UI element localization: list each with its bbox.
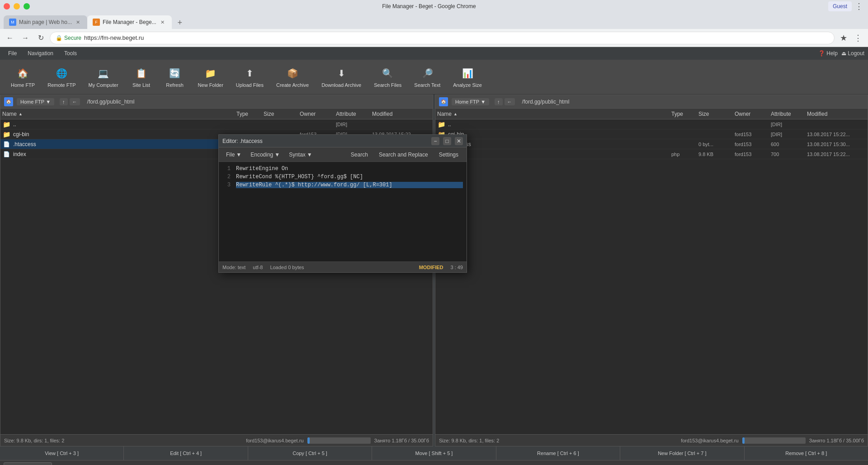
- right-panel-location-btn[interactable]: Home FTP ▼: [452, 98, 489, 105]
- right-panel-dropdown-icon: ▼: [481, 99, 486, 104]
- left-col-size: Size: [264, 111, 300, 117]
- toolbar-analyze-size[interactable]: Analyze Size: [448, 63, 487, 90]
- toolbar-download-archive[interactable]: Download Archive: [316, 63, 367, 90]
- tab-favicon-main: M: [9, 19, 16, 26]
- menu-file[interactable]: File: [4, 48, 21, 58]
- editor-content[interactable]: 1 RewriteEngine On 2 RewriteCond %{HTTP_…: [219, 162, 467, 261]
- search-text-label: Search Text: [414, 82, 440, 88]
- toolbar-search-text[interactable]: Search Text: [409, 63, 446, 90]
- right-file-row-htaccess[interactable]: 📄 .htaccess 0 byt... ford153 600 13.08.2…: [435, 139, 868, 149]
- new-tab-button[interactable]: +: [174, 16, 186, 29]
- right-file-row-dotdot[interactable]: 📁 .. [DIR]: [435, 119, 868, 129]
- toolbar-my-computer[interactable]: My Computer: [83, 63, 124, 90]
- chrome-settings-icon[interactable]: ⋮: [854, 1, 864, 11]
- tab-fm-close[interactable]: ✕: [159, 19, 166, 26]
- address-bar[interactable]: 🔒 Secure https://fm-new.beget.ru: [50, 32, 835, 44]
- left-panel-header: 🏠 Home FTP ▼ ↑ ← /ford.gg/public_html: [0, 95, 433, 109]
- tab-file-manager[interactable]: F File Manager - Bege... ✕: [87, 15, 172, 29]
- editor-encoding-status: utf-8: [253, 265, 263, 270]
- left-panel-path: /ford.gg/public_html: [87, 99, 135, 105]
- right-col-owner: Owner: [735, 111, 771, 117]
- left-col-type: Type: [236, 111, 264, 117]
- editor-modal: Editor: .htaccess − □ ✕ File ▼ Encoding …: [218, 134, 467, 273]
- left-status-text: Size: 9.8 Kb, dirs: 1, files: 2: [4, 438, 64, 443]
- left-col-name[interactable]: Name: [2, 111, 236, 117]
- right-col-size: Size: [698, 111, 735, 117]
- left-panel-up-btn[interactable]: ↑: [60, 98, 68, 105]
- tab-main-page[interactable]: M Main page | Web ho... ✕: [4, 15, 87, 29]
- editor-close-btn[interactable]: ✕: [455, 137, 463, 145]
- menu-tools[interactable]: Tools: [60, 48, 81, 58]
- left-file-icon-index: 📄: [2, 150, 10, 158]
- left-panel-back-btn[interactable]: ←: [70, 98, 80, 105]
- bottom-move-btn[interactable]: Move [ Shift + 5 ]: [372, 446, 496, 460]
- reload-button[interactable]: ↻: [34, 32, 47, 44]
- left-panel-home-icon: 🏠: [4, 97, 13, 106]
- editor-search-btn[interactable]: Search: [346, 150, 373, 159]
- editor-file-dropdown-icon: ▼: [236, 152, 241, 158]
- app-menubar: File Navigation Tools ❓ Help ⏏ Logout: [0, 47, 868, 60]
- menu-help[interactable]: ❓ Help: [818, 50, 838, 57]
- window-maximize-btn[interactable]: [24, 3, 30, 9]
- tab-main-close[interactable]: ✕: [75, 19, 82, 26]
- left-panel-location-label: Home FTP: [20, 99, 44, 104]
- editor-encoding-menu[interactable]: Encoding ▼: [247, 150, 283, 159]
- bookmark-icon[interactable]: ★: [837, 32, 850, 44]
- window-close-btn[interactable]: [4, 3, 10, 9]
- tab-fm-label: File Manager - Bege...: [103, 19, 156, 25]
- refresh-label: Refresh: [166, 82, 184, 88]
- forward-button[interactable]: →: [19, 32, 32, 44]
- toolbar-new-folder[interactable]: New Folder: [193, 63, 229, 90]
- bottom-rename-btn[interactable]: Rename [ Ctrl + 6 ]: [496, 446, 620, 460]
- editor-line-3: 3 RewriteRule ^(.*)$ http://www.ford.gg/…: [222, 182, 463, 190]
- taskbar-editor-item[interactable]: Editor: .htaccess: [4, 462, 52, 465]
- left-file-row-dotdot[interactable]: 📁 .. [DIR]: [0, 119, 433, 129]
- editor-file-menu[interactable]: File ▼: [222, 150, 245, 159]
- bottom-copy-btn[interactable]: Copy [ Ctrl + 5 ]: [248, 446, 372, 460]
- right-panel-up-btn[interactable]: ↑: [495, 98, 503, 105]
- right-file-row-index[interactable]: 📄 index php 9.8 KB ford153 700 13.08.201…: [435, 149, 868, 159]
- editor-syntax-menu[interactable]: Syntax ▼: [285, 150, 316, 159]
- right-col-name[interactable]: Name: [437, 111, 671, 117]
- editor-search-replace-btn[interactable]: Search and Replace: [374, 150, 433, 159]
- bottom-view-btn[interactable]: View [ Ctrl + 3 ]: [0, 446, 124, 460]
- bottom-bar: View [ Ctrl + 3 ] Edit [ Ctrl + 4 ] Copy…: [0, 446, 868, 460]
- secure-indicator: 🔒 Secure: [56, 35, 81, 41]
- menu-logout[interactable]: ⏏ Logout: [841, 50, 864, 57]
- toolbar-refresh[interactable]: Refresh: [159, 63, 191, 90]
- back-button[interactable]: ←: [4, 32, 16, 44]
- right-panel-back-btn[interactable]: ←: [505, 98, 515, 105]
- toolbar-create-archive[interactable]: Create Archive: [271, 63, 314, 90]
- chrome-menu-icon[interactable]: ⋮: [852, 32, 864, 44]
- right-folder-icon-dotdot: 📁: [437, 120, 445, 128]
- editor-minimize-btn[interactable]: −: [431, 137, 439, 145]
- toolbar-site-list[interactable]: Site List: [126, 63, 157, 90]
- left-folder-icon-cgibin: 📁: [2, 130, 10, 138]
- guest-button[interactable]: Guest: [828, 1, 852, 11]
- toolbar-upload-files[interactable]: Upload Files: [231, 63, 269, 90]
- editor-cursor-pos: 3 : 49: [450, 265, 463, 270]
- bottom-edit-btn[interactable]: Edit [ Ctrl + 4 ]: [124, 446, 248, 460]
- left-col-modified: Modified: [372, 111, 431, 117]
- bottom-newfolder-btn[interactable]: New Folder [ Ctrl + 7 ]: [620, 446, 744, 460]
- right-col-type: Type: [671, 111, 698, 117]
- right-status-text: Size: 9.8 Kb, dirs: 1, files: 2: [439, 438, 499, 443]
- editor-restore-btn[interactable]: □: [443, 137, 451, 145]
- lock-icon: 🔒: [56, 35, 62, 41]
- left-panel-location-btn[interactable]: Home FTP ▼: [17, 98, 54, 105]
- toolbar-remote-ftp[interactable]: Remote FTP: [42, 63, 81, 90]
- editor-settings-btn[interactable]: Settings: [434, 150, 463, 159]
- bottom-remove-btn[interactable]: Remove [ Ctrl + 8 ]: [745, 446, 868, 460]
- search-files-icon: [381, 66, 395, 81]
- window-title: File Manager - Beget - Google Chrome: [30, 3, 828, 9]
- toolbar-home-ftp[interactable]: Home FTP: [5, 63, 40, 90]
- left-storage-bar: [307, 437, 371, 444]
- right-file-row-cgibin[interactable]: 📁 cgi-bin ford153 [DIR] 13.08.2017 15:22…: [435, 129, 868, 139]
- toolbar-search-files[interactable]: Search Files: [368, 63, 407, 90]
- left-file-icon-htaccess: 📄: [2, 140, 10, 148]
- tab-fm-favicon: F: [93, 19, 100, 26]
- editor-line-2: 2 RewriteCond %{HTTP_HOST} ^ford.gg$ [NC…: [222, 174, 463, 182]
- window-minimize-btn[interactable]: [14, 3, 20, 9]
- app-taskbar: Editor: .htaccess: [0, 460, 868, 465]
- menu-navigation[interactable]: Navigation: [23, 48, 58, 58]
